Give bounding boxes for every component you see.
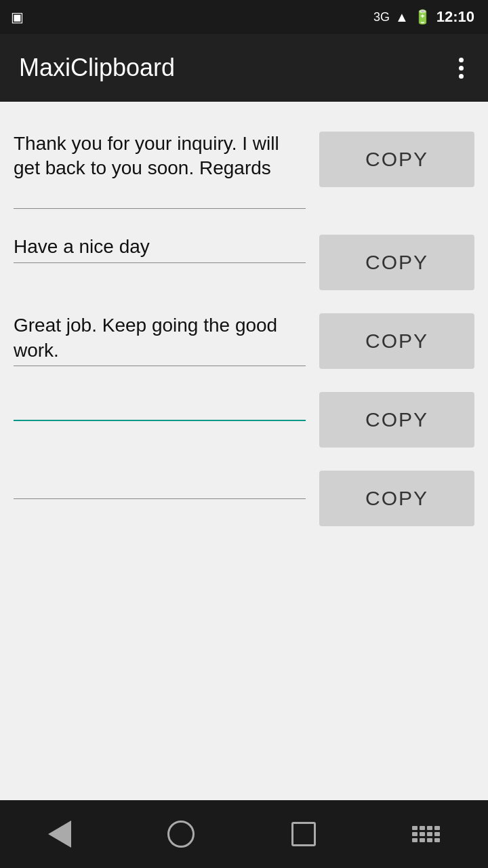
clipboard-item-2: COPY [14, 218, 474, 297]
battery-icon: 🔋 [414, 9, 431, 25]
clipboard-item-4: COPY [14, 376, 474, 454]
recents-button[interactable] [285, 815, 323, 853]
signal-bars-icon: ▲ [395, 9, 409, 25]
status-right-area: 3G ▲ 🔋 12:10 [373, 8, 474, 26]
copy-button-2[interactable]: COPY [319, 235, 474, 290]
clipboard-item-1: COPY [14, 115, 474, 218]
clipboard-text-5[interactable] [14, 468, 306, 498]
app-title: MaxiClipboard [19, 54, 175, 82]
text-wrapper-1 [14, 129, 306, 212]
recents-icon [291, 822, 316, 846]
copy-button-3[interactable]: COPY [319, 313, 474, 369]
sim-icon: ▣ [11, 9, 24, 25]
copy-button-1[interactable]: COPY [319, 132, 474, 187]
nav-bar [0, 800, 488, 868]
main-content: COPY COPY COPY COPY COPY [0, 102, 488, 800]
back-button[interactable] [41, 814, 78, 854]
clock: 12:10 [436, 8, 474, 26]
text-wrapper-5 [14, 468, 306, 501]
copy-button-4[interactable]: COPY [319, 392, 474, 448]
home-icon [167, 821, 195, 848]
back-icon [48, 821, 71, 848]
text-wrapper-2 [14, 232, 306, 265]
clipboard-item-5: COPY [14, 454, 474, 533]
home-button[interactable] [161, 814, 201, 854]
network-type: 3G [373, 10, 390, 24]
keyboard-button[interactable] [405, 819, 447, 849]
clipboard-text-1[interactable] [14, 129, 306, 209]
copy-button-5[interactable]: COPY [319, 471, 474, 526]
keyboard-icon [412, 826, 440, 842]
status-bar: ▣ 3G ▲ 🔋 12:10 [0, 0, 488, 34]
clipboard-text-2[interactable] [14, 232, 306, 262]
text-wrapper-4 [14, 389, 306, 423]
clipboard-text-4[interactable] [14, 389, 306, 420]
clipboard-text-3[interactable] [14, 311, 306, 366]
clipboard-item-3: COPY [14, 297, 474, 376]
more-vert-button[interactable] [453, 52, 469, 84]
status-left-icons: ▣ [11, 9, 24, 25]
text-wrapper-3 [14, 311, 306, 369]
app-bar: MaxiClipboard [0, 34, 488, 102]
